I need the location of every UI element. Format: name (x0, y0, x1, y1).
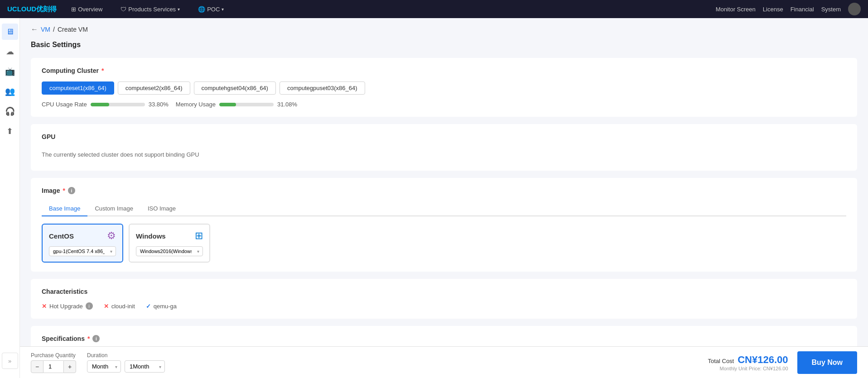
cpu-usage-item: CPU Usage Rate 33.80% (42, 101, 169, 108)
license-link[interactable]: License (763, 6, 783, 13)
bottom-bar: Purchase Quantity − + Duration Month Yea… (20, 346, 868, 378)
hot-upgrade-label: Hot Upgrade (49, 303, 83, 310)
memory-progress-fill (219, 103, 236, 106)
image-required: * (63, 187, 65, 194)
duration-label: Duration (87, 352, 165, 359)
cluster-btn-computehgset04[interactable]: computehgset04(x86_64) (194, 81, 276, 95)
financial-link[interactable]: Financial (791, 6, 814, 13)
image-tabs: Base Image Custom Image ISO Image (42, 201, 846, 216)
breadcrumb: ← VM / Create VM (31, 25, 857, 33)
duration-controls: Month Year 1Month 2Month 3Month 6Month 1… (87, 360, 165, 373)
bottom-right: Total Cost CN¥126.00 Monthly Unit Price:… (708, 351, 857, 374)
hot-upgrade-info-icon[interactable]: i (86, 302, 93, 310)
tab-custom-image[interactable]: Custom Image (87, 201, 140, 216)
total-cost-label: Total Cost (708, 358, 734, 364)
specifications-header: Specifications * i (42, 335, 846, 342)
poc-chevron-icon: ▾ (222, 7, 224, 12)
nav-poc-label: POC (207, 6, 220, 13)
nav-poc[interactable]: 🌐 POC ▾ (194, 4, 227, 14)
characteristics-list: ✕ Hot Upgrade i ✕ cloud-init ✓ qemu-ga (42, 302, 846, 310)
image-section: Image * i Base Image Custom Image ISO Im… (31, 178, 857, 272)
breadcrumb-current: Create VM (58, 26, 88, 33)
system-link[interactable]: System (821, 6, 841, 13)
nav-overview[interactable]: ⊞ Overview (68, 4, 106, 14)
windows-card-header: Windows ⊞ (136, 230, 203, 242)
gpu-label: GPU (42, 133, 55, 140)
cluster-btn-computeset2[interactable]: computeset2(x86_64) (118, 81, 190, 95)
nav-left: UCLOUD优刻得 ⊞ Overview 🛡 Products Services… (7, 4, 227, 14)
specifications-info-icon[interactable]: i (92, 335, 100, 342)
tab-base-image[interactable]: Base Image (42, 201, 87, 216)
windows-version-dropdown[interactable]: Windows2016(Windows 2016... (136, 246, 203, 256)
image-card-centos[interactable]: CentOS ⚙ gpu-1(CentOS 7.4 x86_64) - i... (42, 224, 123, 263)
duration-count-select[interactable]: 1Month 2Month 3Month 6Month 12Month (125, 360, 165, 373)
sidebar-item-monitor[interactable]: 📺 (2, 63, 18, 80)
windows-card-name: Windows (136, 232, 166, 240)
char-hot-upgrade: ✕ Hot Upgrade i (42, 302, 93, 310)
windows-logo-icon: ⊞ (195, 230, 203, 242)
cpu-usage-value: 33.80% (149, 101, 169, 108)
centos-version-select[interactable]: gpu-1(CentOS 7.4 x86_64) - i... (49, 246, 116, 256)
sidebar-item-team[interactable]: 👥 (2, 83, 18, 100)
breadcrumb-vm-link[interactable]: VM (41, 26, 50, 33)
qty-increase-button[interactable]: + (63, 360, 76, 373)
nav-right: Monitor Screen License Financial System (716, 3, 861, 15)
products-shield-icon: 🛡 (121, 6, 126, 13)
computing-cluster-label: Computing Cluster (42, 67, 99, 74)
gpu-notice: The currently selected cluster does not … (42, 148, 846, 162)
qty-input[interactable] (43, 360, 63, 373)
qty-controls: − + (31, 360, 76, 373)
duration-type-select[interactable]: Month Year (87, 360, 121, 373)
sidebar-item-screen[interactable]: 🖥 (2, 24, 18, 40)
image-cards: CentOS ⚙ gpu-1(CentOS 7.4 x86_64) - i...… (42, 224, 846, 263)
duration-type-select-wrap: Month Year (87, 360, 121, 373)
monitor-screen-link[interactable]: Monitor Screen (716, 6, 756, 13)
characteristics-label: Characteristics (42, 288, 87, 295)
back-button[interactable]: ← (31, 25, 38, 33)
nav-products-label: Products Services (128, 6, 176, 13)
bottom-left: Purchase Quantity − + Duration Month Yea… (31, 352, 165, 373)
sidebar-item-upload[interactable]: ⬆ (2, 123, 18, 139)
cpu-progress-fill (91, 103, 109, 106)
windows-version-select[interactable]: Windows2016(Windows 2016... (136, 246, 203, 256)
memory-usage-value: 31.08% (277, 101, 297, 108)
duration-count-select-wrap: 1Month 2Month 3Month 6Month 12Month (125, 360, 165, 373)
purchase-quantity: Purchase Quantity − + (31, 352, 76, 373)
cluster-buttons: computeset1(x86_64) computeset2(x86_64) … (42, 81, 846, 95)
memory-usage-item: Memory Usage 31.08% (176, 101, 297, 108)
purchase-qty-label: Purchase Quantity (31, 352, 76, 359)
memory-usage-label: Memory Usage (176, 101, 216, 108)
monthly-unit-price: Monthly Unit Price: CN¥126.00 (720, 366, 788, 371)
qemu-ga-label: qemu-ga (154, 303, 177, 310)
user-avatar[interactable] (848, 3, 861, 15)
products-chevron-icon: ▾ (178, 7, 180, 12)
sidebar-item-support[interactable]: 🎧 (2, 103, 18, 120)
nav-products-services[interactable]: 🛡 Products Services ▾ (117, 4, 183, 14)
sidebar-expand-button[interactable]: » (2, 353, 18, 369)
nav-overview-label: Overview (78, 6, 102, 13)
cluster-btn-computeset1[interactable]: computeset1(x86_64) (42, 81, 114, 95)
tab-iso-image[interactable]: ISO Image (140, 201, 183, 216)
qty-decrease-button[interactable]: − (31, 360, 43, 373)
sidebar-item-cloud[interactable]: ☁ (2, 43, 18, 60)
logo-text: UCLOUD优刻得 (7, 5, 57, 14)
cloud-init-label: cloud-init (111, 303, 135, 310)
qemu-ga-check-icon: ✓ (146, 303, 151, 310)
cluster-btn-computegpuset03[interactable]: computegpuset03(x86_64) (280, 81, 365, 95)
image-info-icon[interactable]: i (68, 187, 75, 194)
image-card-windows[interactable]: Windows ⊞ Windows2016(Windows 2016... (129, 224, 210, 263)
computing-cluster-section: Computing Cluster * computeset1(x86_64) … (31, 58, 857, 117)
computing-cluster-required: * (101, 67, 104, 74)
gpu-header: GPU (42, 133, 846, 140)
centos-card-name: CentOS (49, 232, 74, 240)
char-qemu-ga: ✓ qemu-ga (146, 303, 177, 310)
char-cloud-init: ✕ cloud-init (104, 303, 135, 310)
characteristics-section: Characteristics ✕ Hot Upgrade i ✕ cloud-… (31, 279, 857, 319)
logo[interactable]: UCLOUD优刻得 (7, 5, 57, 14)
top-navigation: UCLOUD优刻得 ⊞ Overview 🛡 Products Services… (0, 0, 868, 18)
centos-version-dropdown[interactable]: gpu-1(CentOS 7.4 x86_64) - i... (49, 246, 116, 256)
buy-now-button[interactable]: Buy Now (797, 351, 857, 374)
duration-section: Duration Month Year 1Month 2Month 3Month… (87, 352, 165, 373)
gpu-section: GPU The currently selected cluster does … (31, 124, 857, 171)
breadcrumb-separator: / (53, 26, 55, 33)
